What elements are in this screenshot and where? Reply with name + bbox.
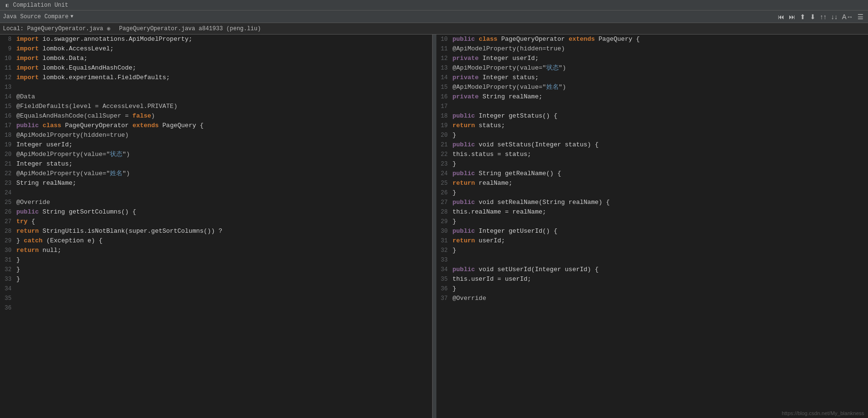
right-code-area[interactable]: 10public class PageQueryOperator extends… (436, 35, 868, 418)
line-content: this.realName = realName; (451, 207, 868, 217)
separator: ◉ (107, 25, 110, 32)
left-code-area[interactable]: 8import io.swagger.annotations.ApiModelP… (0, 35, 432, 418)
line-number: 17 (436, 102, 451, 111)
line-number: 23 (0, 179, 14, 188)
left-file-label: Local: PageQueryOperator.java (3, 25, 103, 32)
code-line: 21 public void setStatus(Integer status)… (436, 140, 868, 150)
window-title: Compilation Unit (13, 2, 68, 9)
line-content: this.status = status; (451, 150, 868, 159)
code-line: 17public class PageQueryOperator extends… (0, 121, 432, 131)
code-line: 36 } (436, 284, 868, 294)
line-number: 34 (0, 284, 14, 294)
line-number: 18 (436, 111, 451, 121)
line-content: public String getSortColumns() { (14, 207, 432, 217)
line-number: 17 (0, 121, 14, 131)
line-content: @ApiModelProperty(hidden=true) (451, 44, 868, 54)
line-number: 27 (436, 198, 451, 207)
line-number: 15 (0, 102, 14, 111)
line-number: 20 (0, 150, 14, 159)
code-line: 9import lombok.AccessLevel; (0, 44, 432, 54)
nav-prev-btn[interactable]: ⬆ (798, 12, 807, 22)
code-line: 27 public void setRealName(String realNa… (436, 198, 868, 207)
toolbar: Java Source Compare ▼ ⏮ ⏭ ⬆ ⬇ ↑↑ ↓↓ A↔ ☰ (0, 11, 868, 23)
code-line: 21 Integer status; (0, 159, 432, 169)
diff-container: 8import io.swagger.annotations.ApiModelP… (0, 35, 868, 418)
line-number: 11 (436, 44, 451, 54)
line-number: 37 (436, 294, 451, 303)
line-content: import lombok.experimental.FieldDefaults… (14, 73, 432, 83)
toolbar-dropdown-arrow[interactable]: ▼ (71, 14, 73, 19)
code-line: 8import io.swagger.annotations.ApiModelP… (0, 35, 432, 44)
nav-prev-change-btn[interactable]: ↑↑ (819, 12, 828, 22)
line-content: import io.swagger.annotations.ApiModelPr… (14, 35, 432, 44)
code-line: 17 (436, 102, 868, 111)
line-content: public class PageQueryOperator extends P… (451, 35, 868, 44)
line-number: 16 (436, 92, 451, 102)
code-line: 37 @Override (436, 294, 868, 303)
line-number: 14 (0, 92, 14, 102)
line-content: @ApiModelProperty(value="姓名") (14, 169, 432, 179)
line-content: } (451, 159, 868, 169)
line-number: 30 (0, 246, 14, 255)
code-line: 29 } (436, 217, 868, 227)
line-number: 19 (436, 121, 451, 131)
line-content (14, 303, 432, 313)
line-content: String realName; (14, 179, 432, 188)
code-line: 30 public Integer getUserId() { (436, 227, 868, 236)
line-content: Integer status; (14, 159, 432, 169)
line-content: public void setStatus(Integer status) { (451, 140, 868, 150)
line-number: 10 (0, 54, 14, 63)
code-line: 22 this.status = status; (436, 150, 868, 159)
code-line: 32 } (0, 265, 432, 275)
nav-last-btn[interactable]: ⏭ (787, 12, 797, 22)
ignore-whitespace-btn[interactable]: A↔ (841, 12, 855, 22)
line-number: 31 (436, 236, 451, 246)
code-line: 27 try { (0, 217, 432, 227)
line-content: private Integer userId; (451, 54, 868, 63)
diff-gutter[interactable] (433, 35, 436, 418)
line-number: 33 (436, 255, 451, 265)
line-content: private String realName; (451, 92, 868, 102)
line-number: 25 (436, 179, 451, 188)
settings-btn[interactable]: ☰ (856, 12, 865, 22)
nav-next-change-btn[interactable]: ↓↓ (830, 12, 839, 22)
line-content: return realName; (451, 179, 868, 188)
line-number: 10 (436, 35, 451, 44)
code-line: 26 } (436, 188, 868, 198)
line-number: 13 (436, 63, 451, 73)
line-content: public String getRealName() { (451, 169, 868, 179)
line-content: } (451, 246, 868, 255)
code-line: 30 return null; (0, 246, 432, 255)
line-number: 25 (0, 198, 14, 207)
code-line: 23 String realName; (0, 179, 432, 188)
code-line: 16@EqualsAndHashCode(callSuper = false) (0, 111, 432, 121)
line-content (14, 188, 432, 198)
line-content: public class PageQueryOperator extends P… (14, 121, 432, 131)
line-number: 19 (0, 140, 14, 150)
line-content: } (451, 217, 868, 227)
line-content: return status; (451, 121, 868, 131)
line-number: 20 (436, 131, 451, 140)
line-number: 27 (0, 217, 14, 227)
line-content (14, 83, 432, 92)
line-number: 30 (436, 227, 451, 236)
line-content: import lombok.AccessLevel; (14, 44, 432, 54)
line-content: return null; (14, 246, 432, 255)
line-content: @ApiModelProperty(value="姓名") (451, 83, 868, 92)
line-content (14, 294, 432, 303)
line-number: 11 (0, 63, 14, 73)
code-line: 20 } (436, 131, 868, 140)
line-content: @ApiModelProperty(value="状态") (14, 150, 432, 159)
line-content: @Data (14, 92, 432, 102)
nav-next-btn[interactable]: ⬇ (808, 12, 817, 22)
line-number: 13 (0, 83, 14, 92)
code-line: 10public class PageQueryOperator extends… (436, 35, 868, 44)
nav-first-btn[interactable]: ⏮ (776, 12, 786, 22)
code-line: 24 public String getRealName() { (436, 169, 868, 179)
line-content: } catch (Exception e) { (14, 236, 432, 246)
code-line: 33 (436, 255, 868, 265)
code-line: 16 private String realName; (436, 92, 868, 102)
line-content: public Integer getUserId() { (451, 227, 868, 236)
line-number: 21 (0, 159, 14, 169)
line-number: 8 (0, 35, 14, 44)
